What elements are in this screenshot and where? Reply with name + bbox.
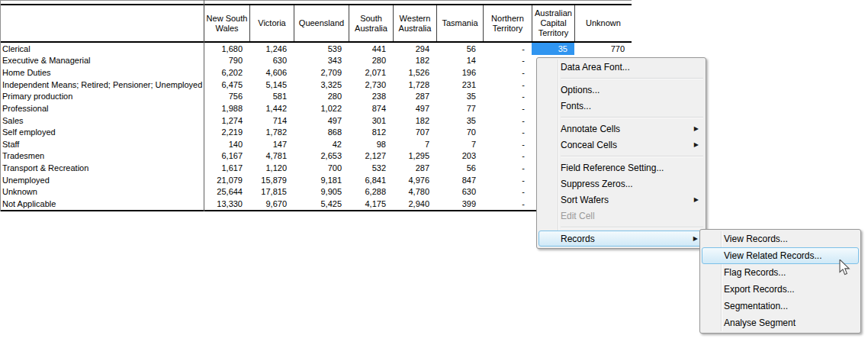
- data-cell[interactable]: 707: [393, 126, 436, 138]
- row-label-executive-managerial[interactable]: Executive & Managerial: [0, 55, 204, 67]
- data-cell[interactable]: 6,475: [204, 79, 249, 91]
- data-cell[interactable]: 399: [436, 198, 483, 210]
- data-cell[interactable]: 140: [204, 138, 249, 150]
- data-cell[interactable]: -: [483, 126, 532, 138]
- data-cell[interactable]: 1,526: [393, 66, 436, 79]
- data-cell[interactable]: 630: [436, 186, 483, 198]
- data-cell[interactable]: 812: [349, 126, 393, 138]
- data-cell[interactable]: -: [483, 66, 532, 79]
- data-cell[interactable]: 6,841: [349, 174, 393, 186]
- data-cell[interactable]: 532: [349, 162, 393, 174]
- data-cell[interactable]: 280: [349, 55, 393, 67]
- row-label-clerical[interactable]: Clerical: [0, 43, 204, 55]
- data-cell[interactable]: -: [483, 174, 532, 186]
- data-cell[interactable]: 70: [436, 126, 483, 138]
- data-cell[interactable]: 203: [436, 150, 483, 163]
- data-cell[interactable]: -: [483, 150, 532, 163]
- data-cell[interactable]: 5,425: [294, 198, 349, 210]
- data-cell[interactable]: 182: [393, 55, 436, 67]
- submenu-item-view-related-records[interactable]: View Related Records...: [702, 247, 859, 264]
- data-cell[interactable]: 1,295: [393, 150, 436, 163]
- data-cell[interactable]: -: [483, 43, 532, 55]
- data-cell[interactable]: 6,167: [204, 150, 249, 163]
- submenu-item-flag-records[interactable]: Flag Records...: [702, 264, 859, 281]
- data-cell[interactable]: 497: [393, 102, 436, 114]
- data-cell[interactable]: 5,145: [249, 79, 294, 91]
- data-cell[interactable]: 441: [349, 43, 393, 55]
- menu-item-annotate-cells[interactable]: Annotate Cells▶: [538, 121, 704, 137]
- data-cell[interactable]: 2,940: [393, 198, 436, 210]
- data-cell[interactable]: 2,219: [204, 126, 249, 138]
- row-label-transport-recreation[interactable]: Transport & Recreation: [0, 162, 204, 174]
- data-cell[interactable]: 1,728: [393, 79, 436, 91]
- data-cell[interactable]: 21,079: [204, 174, 249, 186]
- data-cell[interactable]: 9,670: [249, 198, 294, 210]
- data-cell[interactable]: 6,202: [204, 66, 249, 79]
- data-cell[interactable]: 700: [294, 162, 349, 174]
- data-cell[interactable]: 868: [294, 126, 349, 138]
- data-cell[interactable]: 874: [349, 102, 393, 114]
- data-cell[interactable]: 35: [436, 114, 483, 127]
- menu-item-conceal-cells[interactable]: Conceal Cells▶: [538, 137, 704, 153]
- data-cell[interactable]: 238: [349, 91, 393, 103]
- data-cell[interactable]: 98: [349, 138, 393, 150]
- row-label-not-applicable[interactable]: Not Applicable: [0, 198, 204, 210]
- data-cell[interactable]: 1,022: [294, 102, 349, 114]
- data-cell[interactable]: 9,905: [294, 186, 349, 198]
- data-cell[interactable]: 1,782: [249, 126, 294, 138]
- data-cell[interactable]: 4,780: [393, 186, 436, 198]
- data-cell[interactable]: -: [483, 186, 532, 198]
- data-cell[interactable]: 6,288: [349, 186, 393, 198]
- data-cell[interactable]: 2,071: [349, 66, 393, 79]
- menu-item-records[interactable]: Records▶: [538, 231, 704, 247]
- data-cell[interactable]: 15,879: [249, 174, 294, 186]
- data-cell[interactable]: 294: [393, 43, 436, 55]
- submenu-item-view-records[interactable]: View Records...: [702, 231, 859, 247]
- menu-item-sort-wafers[interactable]: Sort Wafers▶: [538, 192, 704, 208]
- data-cell[interactable]: 1,246: [249, 43, 294, 55]
- row-label-tradesmen[interactable]: Tradesmen: [0, 150, 204, 163]
- data-cell[interactable]: 1,442: [249, 102, 294, 114]
- data-cell[interactable]: 4,781: [249, 150, 294, 163]
- data-cell[interactable]: 1,617: [204, 162, 249, 174]
- data-cell[interactable]: 13,330: [204, 198, 249, 210]
- submenu-item-export-records[interactable]: Export Records...: [702, 281, 859, 298]
- data-cell[interactable]: 714: [249, 114, 294, 127]
- data-cell[interactable]: 1,988: [204, 102, 249, 114]
- column-header-unknown[interactable]: Unknown: [574, 5, 632, 41]
- data-cell[interactable]: -: [483, 91, 532, 103]
- data-cell[interactable]: 287: [393, 91, 436, 103]
- data-cell[interactable]: 770: [574, 43, 632, 55]
- column-header-northern-territory[interactable]: Northern Territory: [483, 5, 532, 41]
- data-cell[interactable]: -: [483, 79, 532, 91]
- data-cell[interactable]: 2,709: [294, 66, 349, 79]
- data-cell[interactable]: 2,127: [349, 150, 393, 163]
- data-cell[interactable]: 231: [436, 79, 483, 91]
- menu-item-fonts[interactable]: Fonts...: [538, 98, 704, 114]
- data-cell[interactable]: 14: [436, 55, 483, 67]
- row-label-sales[interactable]: Sales: [0, 114, 204, 127]
- row-label-unknown[interactable]: Unknown: [0, 186, 204, 198]
- data-cell[interactable]: 4,606: [249, 66, 294, 79]
- data-cell[interactable]: 2,653: [294, 150, 349, 163]
- data-cell[interactable]: -: [483, 138, 532, 150]
- row-label-independent-means-retired-pensioner-unemployed[interactable]: Independent Means; Retired; Pensioner; U…: [0, 79, 204, 91]
- submenu-item-segmentation[interactable]: Segmentation...: [702, 298, 859, 314]
- column-header-tasmania[interactable]: Tasmania: [436, 5, 483, 41]
- data-cell[interactable]: 196: [436, 66, 483, 79]
- data-cell[interactable]: -: [483, 102, 532, 114]
- data-cell[interactable]: 56: [436, 162, 483, 174]
- data-cell[interactable]: 42: [294, 138, 349, 150]
- row-label-unemployed[interactable]: Unemployed: [0, 174, 204, 186]
- data-cell[interactable]: 301: [349, 114, 393, 127]
- data-cell[interactable]: 4,976: [393, 174, 436, 186]
- data-cell[interactable]: 847: [436, 174, 483, 186]
- column-header-victoria[interactable]: Victoria: [249, 5, 294, 41]
- menu-item-data-area-font[interactable]: Data Area Font...: [538, 59, 704, 75]
- column-header-queensland[interactable]: Queensland: [294, 5, 349, 41]
- data-cell[interactable]: 7: [393, 138, 436, 150]
- data-cell[interactable]: 4,175: [349, 198, 393, 210]
- data-cell[interactable]: 3,325: [294, 79, 349, 91]
- row-label-staff[interactable]: Staff: [0, 138, 204, 150]
- data-cell[interactable]: 630: [249, 55, 294, 67]
